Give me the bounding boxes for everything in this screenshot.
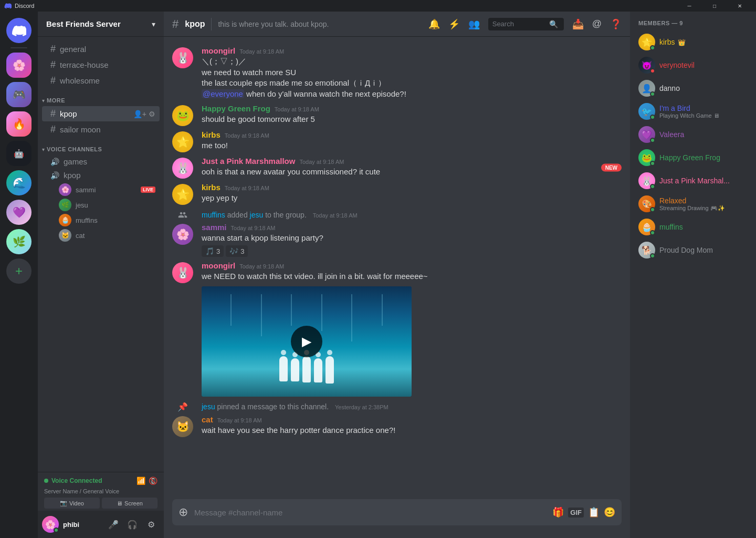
system-icon (172, 210, 193, 220)
add-server-button[interactable]: + (6, 258, 32, 284)
member-item-danno[interactable]: 👤 danno (634, 77, 752, 100)
member-name: Valeera (659, 130, 748, 139)
window-controls[interactable]: ─ □ ✕ (677, 0, 752, 12)
member-item-marshmallow[interactable]: 🐰 Just a Pink Marshal... (634, 169, 752, 192)
deafen-button[interactable]: 🎧 (124, 516, 141, 533)
avatar[interactable]: ⭐ (172, 131, 193, 152)
member-item-bird[interactable]: 🐦 I'm a Bird Playing Witch Game 🖥 (634, 100, 752, 123)
play-button[interactable]: ▶ (291, 326, 322, 357)
message-input[interactable] (194, 502, 546, 523)
inbox-icon[interactable]: 📥 (572, 18, 584, 30)
add-file-button[interactable]: ⊕ (178, 499, 188, 525)
pinner-name[interactable]: jesu (202, 402, 215, 411)
member-item-kirbs[interactable]: ⭐ kirbs 👑 (634, 30, 752, 54)
message-author[interactable]: kirbs (202, 183, 220, 192)
voice-channels-category: ▾ VOICE CHANNELS (38, 138, 164, 154)
speaker-icon: 🔊 (50, 171, 59, 180)
member-item-green-frog[interactable]: 🐸 Happy Green Frog (634, 146, 752, 169)
settings-icon[interactable]: ⚙ (149, 110, 155, 118)
maximize-button[interactable]: □ (702, 0, 727, 12)
server-icon-2[interactable]: 🎮 (6, 82, 32, 107)
member-info: Happy Green Frog (659, 153, 748, 162)
app-title: Discord (15, 3, 34, 9)
gift-icon[interactable]: 🎁 (552, 506, 564, 518)
message-content: Happy Green Frog Today at 9:18 AM should… (202, 104, 622, 126)
member-item-verynotevil[interactable]: 😈 verynotevil (634, 54, 752, 77)
emoji-icon[interactable]: 😊 (604, 506, 615, 518)
voice-channel-kpop[interactable]: 🔊 kpop (42, 169, 160, 182)
bell-icon[interactable]: 🔔 (428, 18, 440, 30)
screen-share-button[interactable]: 🖥 Screen (102, 498, 158, 509)
message-author[interactable]: cat (202, 415, 213, 424)
category-header-voice[interactable]: ▾ VOICE CHANNELS (42, 146, 160, 152)
channel-item-kpop[interactable]: # kpop 👤+ ⚙ (42, 106, 160, 121)
message-author[interactable]: kirbs (202, 130, 220, 139)
category-header-more[interactable]: ▾ MORE (42, 97, 160, 104)
direct-messages-icon[interactable] (6, 18, 32, 43)
message-author[interactable]: moongirl (202, 261, 235, 270)
video-embed[interactable]: ▶ (202, 286, 412, 397)
hash-icon: # (50, 59, 56, 70)
user-avatar-wrap[interactable]: 🌸 (42, 516, 59, 533)
help-icon[interactable]: ❓ (610, 18, 622, 30)
boost-icon[interactable]: ⚡ (448, 18, 460, 30)
server-icon-1[interactable]: 🌸 (6, 53, 32, 78)
channel-item-general[interactable]: # general (42, 42, 160, 57)
member-item-relaxed[interactable]: 🎨 Relaxed Streaming Drawing 🎮✨ (634, 192, 752, 215)
avatar[interactable]: 🐰 (172, 158, 193, 179)
voice-channel-info: Server Name / General Voice (44, 488, 158, 494)
video-button[interactable]: 📷 Video (44, 498, 100, 509)
mute-button[interactable]: 🎤 (105, 516, 122, 533)
new-badge: NEW (601, 163, 622, 171)
gif-icon[interactable]: GIF (568, 508, 584, 518)
message-author[interactable]: moongirl (202, 46, 235, 55)
members-icon[interactable]: 👥 (468, 18, 480, 30)
minimize-button[interactable]: ─ (677, 0, 701, 12)
server-icon-4[interactable]: 🤖 (6, 141, 32, 166)
voice-member-cat[interactable]: 🐱 cat (42, 228, 160, 243)
disconnect-icon[interactable]: 📵 (149, 477, 158, 485)
voice-member-name: cat (76, 232, 155, 240)
server-header[interactable]: Best Friends Server ▾ (38, 12, 164, 37)
message-author[interactable]: sammi (202, 223, 227, 232)
server-icon-6[interactable]: 💜 (6, 200, 32, 225)
mention-icon[interactable]: @ (592, 18, 602, 30)
server-icon-7[interactable]: 🌿 (6, 229, 32, 254)
sys-user-jesu[interactable]: jesu (250, 211, 264, 219)
reaction-music2[interactable]: 🎶 3 (226, 245, 248, 257)
search-input[interactable] (492, 20, 545, 28)
sys-user-muffins[interactable]: muffins (202, 211, 225, 219)
mention-tag[interactable]: @everyone (202, 89, 244, 98)
message-text: we NEED to watch this txt video. ill joi… (202, 271, 622, 282)
search-icon: 🔍 (549, 20, 558, 28)
upload-icon[interactable]: 📋 (588, 506, 600, 518)
member-item-muffins[interactable]: 🧁 muffins (634, 215, 752, 239)
close-button[interactable]: ✕ (728, 0, 752, 12)
channel-item-sailor-moon[interactable]: # sailor moon (42, 122, 160, 137)
member-item-valeera[interactable]: 💜 Valeera (634, 123, 752, 146)
avatar[interactable]: ⭐ (172, 184, 193, 205)
search-box[interactable]: 🔍 (488, 18, 564, 30)
reaction-music1[interactable]: 🎵 3 (202, 245, 224, 257)
channel-item-wholesome[interactable]: # wholesome (42, 73, 160, 88)
voice-member-jesu[interactable]: 🌿 jesu (42, 198, 160, 212)
video-thumbnail[interactable]: ▶ (202, 286, 412, 397)
voice-channel-games[interactable]: 🔊 games (42, 155, 160, 168)
add-member-icon[interactable]: 👤+ (133, 110, 146, 118)
avatar[interactable]: 🐰 (172, 262, 193, 283)
voice-member-muffins[interactable]: 🧁 muffins (42, 213, 160, 227)
user-settings-button[interactable]: ⚙ (143, 516, 160, 533)
voice-member-sammi[interactable]: 🌸 sammi LIVE (42, 182, 160, 197)
server-icon-3[interactable]: 🔥 (6, 111, 32, 137)
channel-item-terrace-house[interactable]: # terrace-house (42, 57, 160, 73)
server-icon-5[interactable]: 🌊 (6, 170, 32, 195)
avatar[interactable]: 🌸 (172, 224, 193, 245)
message-author[interactable]: Just a Pink Marshmallow (202, 157, 295, 165)
messages-area: 🐰 moongirl Today at 9:18 AM ＼(；▽；)／ we n… (164, 37, 630, 499)
member-item-dog-mom[interactable]: 🐕 Proud Dog Mom (634, 239, 752, 262)
avatar[interactable]: 🐱 (172, 416, 193, 437)
voice-bars-icon[interactable]: 📶 (136, 477, 145, 485)
avatar[interactable]: 🐸 (172, 105, 193, 126)
avatar[interactable]: 🐰 (172, 47, 193, 68)
message-author[interactable]: Happy Green Frog (202, 104, 270, 113)
